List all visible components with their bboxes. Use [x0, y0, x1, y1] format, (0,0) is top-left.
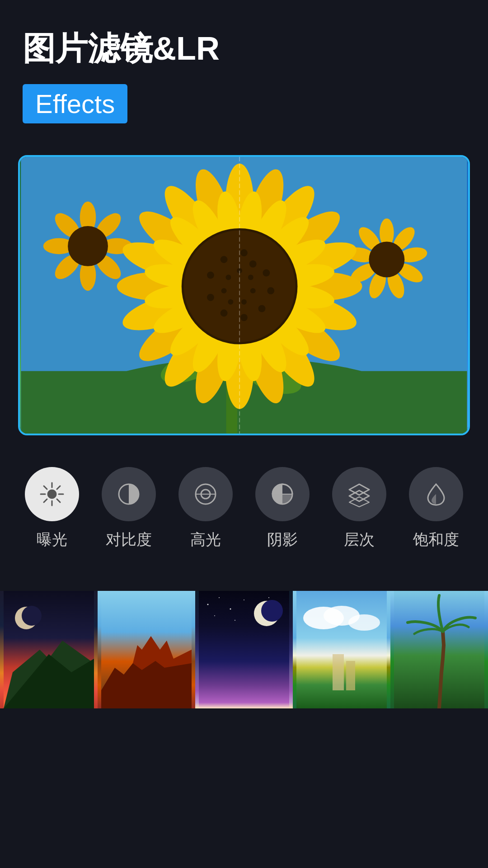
svg-point-113 — [244, 599, 244, 600]
svg-rect-126 — [333, 654, 344, 690]
highlight-icon — [192, 481, 219, 508]
svg-point-25 — [369, 242, 404, 278]
filter-thumb-2[interactable] — [98, 591, 195, 708]
filter-thumb-inner-4 — [293, 591, 390, 708]
highlight-label: 高光 — [190, 529, 221, 550]
svg-point-70 — [267, 287, 274, 294]
svg-line-94 — [57, 486, 60, 489]
saturation-button[interactable] — [409, 467, 463, 521]
filter-thumb-4[interactable] — [293, 591, 390, 708]
app-title: 图片滤镜&LR — [23, 27, 465, 71]
svg-point-69 — [263, 269, 270, 277]
effects-badge: Effects — [23, 84, 127, 123]
svg-point-81 — [241, 299, 247, 305]
filter-thumb-inner-1 — [0, 591, 98, 708]
svg-point-115 — [268, 597, 269, 598]
control-item-layers: 层次 — [332, 467, 386, 550]
svg-point-112 — [230, 609, 231, 610]
saturation-label: 饱和度 — [413, 529, 459, 550]
svg-point-82 — [228, 299, 233, 305]
filter-thumb-inner-3 — [195, 591, 293, 708]
filter-thumb-5[interactable] — [390, 591, 488, 708]
svg-point-73 — [221, 310, 228, 317]
filter-thumbnails — [0, 591, 488, 708]
control-item-shadow: 阴影 — [255, 467, 310, 550]
svg-line-93 — [57, 499, 60, 502]
control-item-saturation: 饱和度 — [409, 467, 463, 550]
svg-point-121 — [261, 600, 283, 622]
sun-icon — [38, 481, 66, 508]
svg-point-83 — [221, 288, 227, 293]
controls-row: 曝光 对比度 高光 — [14, 467, 474, 550]
main-image-container — [18, 155, 470, 435]
filter-thumb-inner-5 — [390, 591, 488, 708]
svg-point-84 — [226, 275, 231, 280]
filter-thumb-inner-2 — [98, 591, 195, 708]
control-item-exposure: 曝光 — [25, 467, 79, 550]
svg-point-80 — [250, 288, 256, 293]
svg-point-71 — [258, 305, 266, 312]
exposure-label: 曝光 — [37, 529, 67, 550]
svg-point-77 — [240, 249, 248, 256]
filter-thumb-3[interactable] — [195, 591, 293, 708]
shadow-label: 阴影 — [267, 529, 298, 550]
header: 图片滤镜&LR Effects — [0, 0, 488, 146]
sunflower-svg — [20, 157, 468, 434]
svg-marker-103 — [349, 491, 369, 501]
svg-point-107 — [22, 606, 42, 626]
svg-point-87 — [47, 490, 56, 499]
svg-point-76 — [221, 256, 228, 263]
highlight-button[interactable] — [178, 467, 233, 521]
contrast-label: 对比度 — [106, 529, 152, 550]
svg-line-95 — [44, 499, 47, 502]
layers-icon — [346, 481, 373, 508]
shadow-icon — [269, 481, 296, 508]
drop-icon — [422, 481, 450, 508]
svg-point-118 — [235, 620, 235, 621]
svg-point-74 — [207, 294, 214, 301]
svg-point-68 — [249, 260, 257, 268]
contrast-button[interactable] — [102, 467, 156, 521]
exposure-button[interactable] — [25, 467, 79, 521]
svg-point-111 — [219, 597, 220, 598]
controls-section: 曝光 对比度 高光 — [0, 444, 488, 573]
control-item-highlight: 高光 — [178, 467, 233, 550]
svg-line-92 — [44, 486, 47, 489]
svg-point-72 — [240, 314, 248, 321]
sunflower-image — [20, 157, 468, 434]
svg-rect-127 — [346, 661, 355, 690]
filter-thumb-1[interactable] — [0, 591, 98, 708]
layers-button[interactable] — [332, 467, 386, 521]
layers-label: 层次 — [344, 529, 375, 550]
svg-marker-102 — [349, 484, 369, 495]
svg-point-75 — [207, 272, 214, 279]
svg-point-15 — [68, 226, 108, 266]
shadow-button[interactable] — [255, 467, 310, 521]
control-item-contrast: 对比度 — [102, 467, 156, 550]
svg-point-79 — [248, 275, 253, 280]
contrast-icon — [115, 481, 142, 508]
svg-point-125 — [348, 614, 380, 631]
svg-point-117 — [214, 615, 215, 616]
svg-point-110 — [207, 604, 209, 605]
